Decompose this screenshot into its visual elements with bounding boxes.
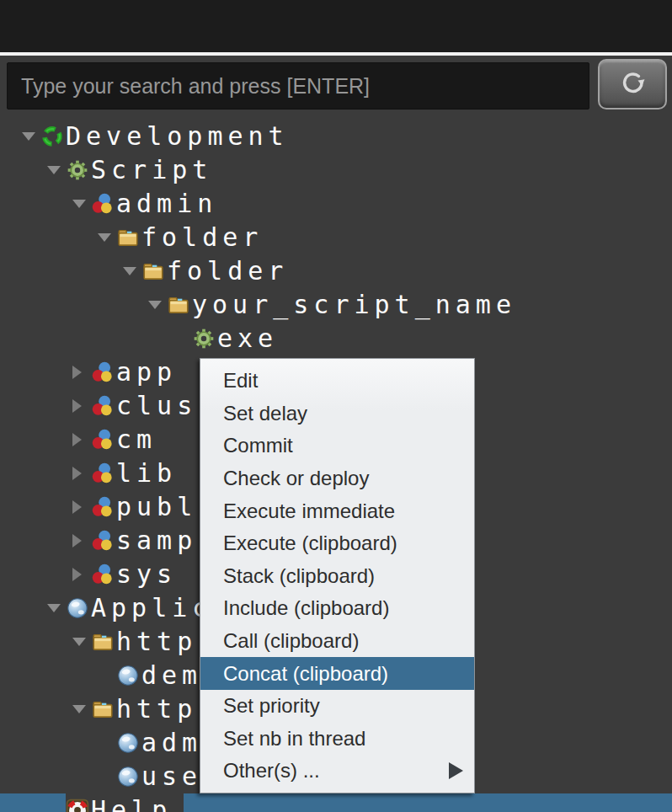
menu-item[interactable]: Call (clipboard) <box>200 625 474 658</box>
tree-row[interactable]: Script <box>0 153 672 187</box>
menu-item[interactable]: Include (clipboard) <box>200 592 474 625</box>
menu-item[interactable]: Other(s) ... <box>200 755 474 788</box>
triangle-right-icon <box>72 399 82 413</box>
globe-icon <box>66 596 91 620</box>
expand-toggle[interactable] <box>72 399 91 413</box>
tabbar-underline <box>0 52 672 56</box>
tab-bar <box>0 0 672 52</box>
triangle-right-icon <box>72 366 82 379</box>
modules-icon <box>91 394 116 418</box>
expand-toggle[interactable] <box>148 301 167 309</box>
expand-toggle[interactable] <box>22 132 40 141</box>
triangle-down-icon <box>148 301 162 309</box>
menu-item-label: Check or deploy <box>223 467 369 490</box>
folder-icon <box>91 630 116 654</box>
menu-item-label: Edit <box>223 369 258 393</box>
search-input[interactable] <box>7 62 589 110</box>
tree-node-label: adm <box>141 726 202 760</box>
modules-icon <box>91 192 116 216</box>
tree-node: admin <box>91 187 217 221</box>
tree-node: your_script_name <box>167 288 516 322</box>
modules-icon <box>91 529 116 553</box>
tree-node: app <box>91 355 177 389</box>
expand-toggle[interactable] <box>72 534 91 548</box>
folder-icon <box>167 293 192 317</box>
tree-node: cm <box>91 423 157 457</box>
menu-item[interactable]: Execute (clipboard) <box>200 527 474 560</box>
triangle-right-icon <box>72 433 82 446</box>
tree-node: Help <box>66 793 184 812</box>
tree-node-label: dem <box>141 659 202 692</box>
tree-node-label: Applic <box>91 591 212 625</box>
tree-row[interactable]: Help <box>0 793 672 812</box>
menu-item-label: Include (clipboard) <box>223 596 389 620</box>
expand-toggle[interactable] <box>72 467 91 480</box>
menu-item-label: Execute immediate <box>223 499 395 523</box>
globe-icon <box>116 731 141 755</box>
expand-toggle[interactable] <box>72 366 91 379</box>
menu-item[interactable]: Check or deploy <box>200 462 474 495</box>
tree-node-label: http <box>116 625 197 659</box>
tree-row[interactable]: Development <box>0 120 672 153</box>
tree-node: exe <box>192 322 278 355</box>
tree-node-label: admin <box>116 187 217 221</box>
expand-toggle[interactable] <box>47 166 66 174</box>
tree-node-label: your_script_name <box>192 288 516 322</box>
triangle-down-icon <box>47 604 61 612</box>
tree-node: folder <box>141 254 288 288</box>
triangle-right-icon <box>72 500 82 514</box>
tree-row[interactable]: your_script_name <box>0 288 672 322</box>
menu-item-label: Set delay <box>223 402 307 425</box>
modules-icon <box>91 361 116 384</box>
menu-item-label: Call (clipboard) <box>223 629 359 653</box>
menu-item-label: Stack (clipboard) <box>223 564 375 588</box>
globe-icon <box>116 765 141 788</box>
triangle-down-icon <box>72 638 86 646</box>
tree-node-label: folder <box>141 221 263 254</box>
tree-node-label: use <box>141 760 202 793</box>
tree-row[interactable]: folder <box>0 221 672 254</box>
expand-toggle[interactable] <box>72 705 91 713</box>
expand-toggle[interactable] <box>72 433 91 446</box>
tree-node: Development <box>40 120 289 153</box>
expand-toggle[interactable] <box>72 500 91 514</box>
menu-item[interactable]: Edit <box>200 365 474 398</box>
tree-node-label: folder <box>167 254 288 288</box>
menu-item[interactable]: Concat (clipboard) <box>200 657 474 690</box>
tree-node: adm <box>116 726 202 760</box>
triangle-down-icon <box>22 132 35 141</box>
tree-row[interactable]: folder <box>0 254 672 288</box>
tree-row[interactable]: exe <box>0 322 672 355</box>
menu-item[interactable]: Execute immediate <box>200 494 474 527</box>
globe-icon <box>116 664 141 687</box>
tree-node-label: clus <box>116 389 197 423</box>
gear-icon <box>192 327 217 350</box>
triangle-right-icon <box>72 534 82 548</box>
tree-row[interactable]: admin <box>0 187 672 221</box>
refresh-icon <box>618 68 647 100</box>
gear-icon <box>66 158 91 182</box>
menu-item[interactable]: Commit <box>200 430 474 462</box>
tree-node-label: http <box>116 692 197 726</box>
refresh-button[interactable] <box>598 59 667 110</box>
expand-toggle[interactable] <box>72 568 91 581</box>
expand-toggle[interactable] <box>123 267 141 275</box>
triangle-down-icon <box>98 233 111 242</box>
tree-node: http <box>91 625 197 659</box>
modules-icon <box>91 428 116 451</box>
expand-toggle[interactable] <box>72 638 91 646</box>
menu-item[interactable]: Set nb in thread <box>200 723 474 756</box>
folder-icon <box>116 226 141 249</box>
expand-toggle[interactable] <box>47 604 66 612</box>
tree-node-label: sys <box>116 558 177 591</box>
menu-item[interactable]: Stack (clipboard) <box>200 560 474 593</box>
tree-node: http <box>91 692 197 726</box>
triangle-right-icon <box>72 467 82 480</box>
expand-toggle[interactable] <box>72 200 91 208</box>
menu-item[interactable]: Set delay <box>200 398 474 430</box>
menu-item-label: Other(s) ... <box>223 759 320 783</box>
cycle-icon <box>40 125 66 148</box>
tree-node-label: cm <box>116 423 157 457</box>
menu-item[interactable]: Set priority <box>200 690 474 723</box>
expand-toggle[interactable] <box>98 233 116 242</box>
